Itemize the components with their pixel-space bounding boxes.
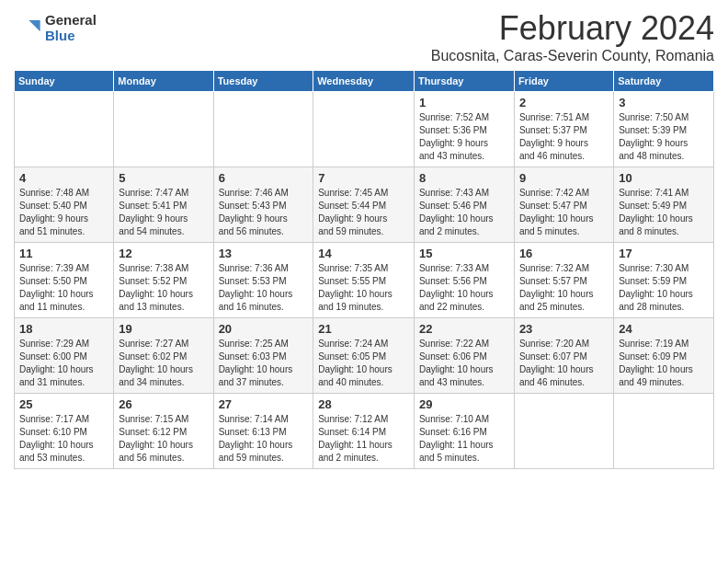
cell-date-number: 3 <box>619 96 709 109</box>
calendar-week-row: 18Sunrise: 7:29 AM Sunset: 6:00 PM Dayli… <box>15 318 714 394</box>
cell-date-number: 10 <box>619 171 709 185</box>
location-subtitle: Bucosnita, Caras-Severin County, Romania <box>431 48 714 64</box>
calendar-cell: 20Sunrise: 7:25 AM Sunset: 6:03 PM Dayli… <box>213 318 313 394</box>
logo-icon <box>14 15 41 42</box>
cell-date-number: 21 <box>318 322 409 336</box>
calendar-cell <box>15 92 114 167</box>
calendar-cell: 5Sunrise: 7:47 AM Sunset: 5:41 PM Daylig… <box>114 167 213 243</box>
cell-daylight-info: Sunrise: 7:20 AM Sunset: 6:07 PM Dayligh… <box>519 338 609 389</box>
cell-date-number: 8 <box>419 171 509 185</box>
cell-date-number: 9 <box>519 171 609 185</box>
day-header-monday: Monday <box>114 71 213 92</box>
cell-date-number: 28 <box>318 397 409 411</box>
calendar-cell: 27Sunrise: 7:14 AM Sunset: 6:13 PM Dayli… <box>213 394 313 469</box>
calendar-cell: 24Sunrise: 7:19 AM Sunset: 6:09 PM Dayli… <box>614 318 714 394</box>
calendar-cell: 13Sunrise: 7:36 AM Sunset: 5:53 PM Dayli… <box>213 243 313 318</box>
calendar-cell: 11Sunrise: 7:39 AM Sunset: 5:50 PM Dayli… <box>15 243 114 318</box>
cell-daylight-info: Sunrise: 7:38 AM Sunset: 5:52 PM Dayligh… <box>119 262 208 314</box>
cell-date-number: 18 <box>19 322 108 336</box>
cell-daylight-info: Sunrise: 7:17 AM Sunset: 6:10 PM Dayligh… <box>19 413 108 465</box>
cell-date-number: 14 <box>318 247 409 260</box>
calendar-cell: 26Sunrise: 7:15 AM Sunset: 6:12 PM Dayli… <box>114 394 213 469</box>
calendar-cell: 7Sunrise: 7:45 AM Sunset: 5:44 PM Daylig… <box>313 167 415 243</box>
calendar-cell: 4Sunrise: 7:48 AM Sunset: 5:40 PM Daylig… <box>15 167 114 243</box>
day-header-thursday: Thursday <box>414 71 514 92</box>
cell-date-number: 5 <box>119 171 208 185</box>
cell-date-number: 17 <box>619 247 709 260</box>
calendar-cell: 1Sunrise: 7:52 AM Sunset: 5:36 PM Daylig… <box>414 92 514 167</box>
calendar-cell: 3Sunrise: 7:50 AM Sunset: 5:39 PM Daylig… <box>614 92 714 167</box>
cell-date-number: 15 <box>419 247 509 260</box>
cell-daylight-info: Sunrise: 7:25 AM Sunset: 6:03 PM Dayligh… <box>219 338 309 389</box>
calendar-cell: 23Sunrise: 7:20 AM Sunset: 6:07 PM Dayli… <box>514 318 613 394</box>
cell-daylight-info: Sunrise: 7:35 AM Sunset: 5:55 PM Dayligh… <box>318 262 409 314</box>
cell-daylight-info: Sunrise: 7:19 AM Sunset: 6:09 PM Dayligh… <box>619 338 709 389</box>
title-block: February 2024 Bucosnita, Caras-Severin C… <box>431 9 714 64</box>
cell-date-number: 11 <box>19 247 108 260</box>
calendar-cell: 2Sunrise: 7:51 AM Sunset: 5:37 PM Daylig… <box>514 92 613 167</box>
calendar-cell: 29Sunrise: 7:10 AM Sunset: 6:16 PM Dayli… <box>414 394 514 469</box>
cell-daylight-info: Sunrise: 7:30 AM Sunset: 5:59 PM Dayligh… <box>619 262 709 314</box>
cell-daylight-info: Sunrise: 7:47 AM Sunset: 5:41 PM Dayligh… <box>119 187 208 238</box>
cell-daylight-info: Sunrise: 7:43 AM Sunset: 5:46 PM Dayligh… <box>419 187 509 238</box>
cell-daylight-info: Sunrise: 7:39 AM Sunset: 5:50 PM Dayligh… <box>19 262 108 314</box>
calendar-cell <box>114 92 213 167</box>
cell-date-number: 7 <box>318 171 409 185</box>
calendar-cell: 9Sunrise: 7:42 AM Sunset: 5:47 PM Daylig… <box>514 167 613 243</box>
calendar-cell: 21Sunrise: 7:24 AM Sunset: 6:05 PM Dayli… <box>313 318 415 394</box>
cell-date-number: 6 <box>219 171 309 185</box>
calendar-cell <box>313 92 415 167</box>
calendar-cell: 28Sunrise: 7:12 AM Sunset: 6:14 PM Dayli… <box>313 394 415 469</box>
calendar-cell: 22Sunrise: 7:22 AM Sunset: 6:06 PM Dayli… <box>414 318 514 394</box>
cell-daylight-info: Sunrise: 7:50 AM Sunset: 5:39 PM Dayligh… <box>619 111 709 163</box>
cell-date-number: 4 <box>19 171 108 185</box>
calendar-cell: 16Sunrise: 7:32 AM Sunset: 5:57 PM Dayli… <box>514 243 613 318</box>
cell-daylight-info: Sunrise: 7:24 AM Sunset: 6:05 PM Dayligh… <box>318 338 409 389</box>
cell-daylight-info: Sunrise: 7:52 AM Sunset: 5:36 PM Dayligh… <box>419 111 509 163</box>
cell-daylight-info: Sunrise: 7:45 AM Sunset: 5:44 PM Dayligh… <box>318 187 409 238</box>
day-header-friday: Friday <box>514 71 613 92</box>
page-header: General Blue February 2024 Bucosnita, Ca… <box>14 9 714 64</box>
calendar-cell: 14Sunrise: 7:35 AM Sunset: 5:55 PM Dayli… <box>313 243 415 318</box>
cell-daylight-info: Sunrise: 7:51 AM Sunset: 5:37 PM Dayligh… <box>519 111 609 163</box>
logo: General Blue <box>14 13 97 43</box>
calendar-cell <box>514 394 613 469</box>
calendar-cell: 25Sunrise: 7:17 AM Sunset: 6:10 PM Dayli… <box>15 394 114 469</box>
calendar-cell: 12Sunrise: 7:38 AM Sunset: 5:52 PM Dayli… <box>114 243 213 318</box>
calendar-cell <box>614 394 714 469</box>
logo-blue: Blue <box>45 29 97 44</box>
cell-date-number: 27 <box>219 397 309 411</box>
cell-daylight-info: Sunrise: 7:27 AM Sunset: 6:02 PM Dayligh… <box>119 338 208 389</box>
cell-date-number: 12 <box>119 247 208 260</box>
calendar-week-row: 4Sunrise: 7:48 AM Sunset: 5:40 PM Daylig… <box>15 167 714 243</box>
cell-date-number: 19 <box>119 322 208 336</box>
cell-daylight-info: Sunrise: 7:33 AM Sunset: 5:56 PM Dayligh… <box>419 262 509 314</box>
month-title: February 2024 <box>431 9 714 48</box>
cell-date-number: 22 <box>419 322 509 336</box>
calendar-cell: 15Sunrise: 7:33 AM Sunset: 5:56 PM Dayli… <box>414 243 514 318</box>
cell-daylight-info: Sunrise: 7:32 AM Sunset: 5:57 PM Dayligh… <box>519 262 609 314</box>
calendar-header-row: SundayMondayTuesdayWednesdayThursdayFrid… <box>15 71 714 92</box>
cell-daylight-info: Sunrise: 7:36 AM Sunset: 5:53 PM Dayligh… <box>219 262 309 314</box>
cell-daylight-info: Sunrise: 7:10 AM Sunset: 6:16 PM Dayligh… <box>419 413 509 465</box>
cell-date-number: 16 <box>519 247 609 260</box>
calendar-week-row: 25Sunrise: 7:17 AM Sunset: 6:10 PM Dayli… <box>15 394 714 469</box>
cell-daylight-info: Sunrise: 7:22 AM Sunset: 6:06 PM Dayligh… <box>419 338 509 389</box>
cell-date-number: 1 <box>419 96 509 109</box>
cell-date-number: 26 <box>119 397 208 411</box>
day-header-wednesday: Wednesday <box>313 71 415 92</box>
calendar-cell: 10Sunrise: 7:41 AM Sunset: 5:49 PM Dayli… <box>614 167 714 243</box>
calendar-cell: 8Sunrise: 7:43 AM Sunset: 5:46 PM Daylig… <box>414 167 514 243</box>
cell-daylight-info: Sunrise: 7:14 AM Sunset: 6:13 PM Dayligh… <box>219 413 309 465</box>
cell-date-number: 20 <box>219 322 309 336</box>
logo-text: General Blue <box>45 13 97 43</box>
calendar-week-row: 1Sunrise: 7:52 AM Sunset: 5:36 PM Daylig… <box>15 92 714 167</box>
calendar-cell <box>213 92 313 167</box>
cell-date-number: 24 <box>619 322 709 336</box>
cell-daylight-info: Sunrise: 7:42 AM Sunset: 5:47 PM Dayligh… <box>519 187 609 238</box>
cell-date-number: 13 <box>219 247 309 260</box>
day-header-tuesday: Tuesday <box>213 71 313 92</box>
calendar-cell: 6Sunrise: 7:46 AM Sunset: 5:43 PM Daylig… <box>213 167 313 243</box>
calendar-week-row: 11Sunrise: 7:39 AM Sunset: 5:50 PM Dayli… <box>15 243 714 318</box>
cell-date-number: 29 <box>419 397 509 411</box>
